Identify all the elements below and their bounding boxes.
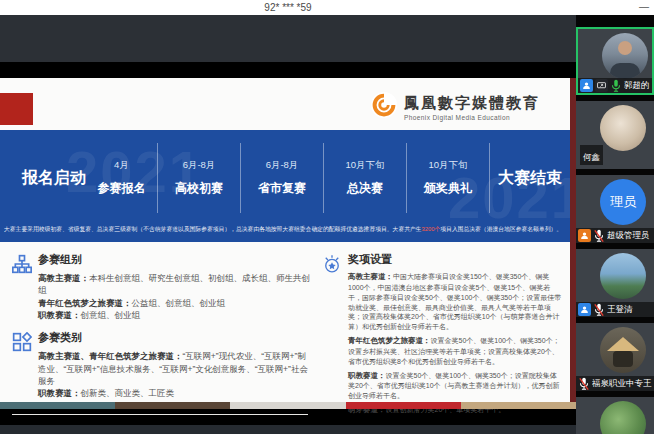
stage-period: 6月-8月 (266, 159, 299, 172)
avatar-blue-circle: 理员 (600, 179, 646, 225)
shared-slide: 鳳凰數字媒體教育 Phoenix Digital Media Education… (0, 78, 576, 409)
stage-period: 10月下旬 (428, 159, 467, 172)
timeline-end-label: 大赛结束 (498, 168, 562, 189)
timeline-end-cell: 大赛结束 (489, 143, 570, 213)
logo-chinese-name: 鳳凰數字媒體教育 (404, 94, 540, 113)
awards-para: 职教赛道：设置金奖50个、银奖100个、铜奖350个；设置院校集体奖20个、省市… (348, 371, 562, 402)
logo-english-name: Phoenix Digital Media Education (404, 114, 540, 121)
note-text: 大赛主要采用校级初赛、省级复赛、总决赛三级赛制（不含萌芽赛道以及国际参赛项目），… (4, 226, 422, 232)
participant-tile-partial[interactable] (576, 397, 654, 434)
award-medal-icon (322, 252, 348, 420)
participant-name: 王登清 (607, 304, 633, 316)
left-column: 参赛组别 高教主赛道：本科生创意组、研究生创意组、初创组、成长组、师生共创组 青… (12, 252, 312, 402)
section-groups: 参赛组别 高教主赛道：本科生创意组、研究生创意组、初创组、成长组、师生共创组 青… (12, 252, 312, 321)
window-titlebar: 92* *** *59 — (0, 0, 654, 15)
section-categories: 参赛类别 高教主赛道、青年红色筑梦之旅赛道：“互联网+”现代农业、“互联网+”制… (12, 330, 312, 399)
note-text-tail: 项目入围总决赛（港澳台地区参赛名额单列）。 (440, 226, 562, 232)
section-awards: 奖项设置 高教主赛道：中国大陆参赛项目设金奖150个、银奖350个、铜奖1000… (322, 252, 562, 420)
stage-period: 10月下旬 (345, 159, 384, 172)
stage-name: 总决赛 (347, 180, 383, 197)
participant-name-bar: 福泉职业中专王 (576, 376, 654, 391)
awards-para: 高教主赛道：中国大陆参赛项目设金奖150个、银奖350个、铜奖1000个，中国港… (348, 272, 562, 332)
participant-tile-admin[interactable]: 理员 超级管理员 (576, 175, 654, 243)
participant-name-bar: 郭超的 (578, 78, 652, 93)
stripe-tan (461, 402, 576, 409)
stage-name: 省市复赛 (258, 180, 306, 197)
stripe-teal (0, 402, 115, 409)
org-chart-icon (12, 252, 38, 321)
participant-tile-guochao[interactable]: 郭超的 (576, 27, 654, 95)
timeline-start-label: 报名启动 (22, 168, 86, 189)
screen-share-icon (595, 79, 608, 92)
avatar-trees-photo (600, 401, 646, 434)
timeline-start-cell: 报名启动 4月 参赛报名 (0, 143, 157, 213)
participant-tile-wangdengqing[interactable]: 王登清 (576, 249, 654, 317)
timeline-note: 大赛主要采用校级初赛、省级复赛、总决赛三级赛制（不含萌芽赛道以及国际参赛项目），… (4, 225, 570, 235)
participant-tile-hexin[interactable]: 何鑫 (576, 101, 654, 169)
groups-line: 职教赛道：创意组、创业组 (38, 309, 312, 321)
stage-period: 6月-8月 (183, 159, 216, 172)
left-column-divider (12, 414, 308, 415)
participant-name-chip: 何鑫 (580, 145, 603, 165)
participant-tile-fuquan[interactable]: 福泉职业中专王 (576, 323, 654, 391)
timeline: 报名启动 4月 参赛报名 6月-8月 高校初赛 6月-8月 省市复赛 10月下旬 (0, 143, 570, 213)
timeline-stage-finals: 10月下旬 总决赛 (323, 143, 406, 213)
member-badge-icon (578, 303, 591, 316)
avatar-lake-landscape (600, 253, 646, 299)
slide-red-square-decoration (0, 93, 33, 125)
screen-share-stage: 鳳凰數字媒體教育 Phoenix Digital Media Education… (0, 15, 576, 434)
groups-line: 青年红色筑梦之旅赛道：公益组、创意组、创业组 (38, 297, 312, 309)
shapes-icon (12, 330, 38, 399)
participant-name: 郭超的 (624, 80, 650, 92)
mic-muted-icon (593, 303, 605, 317)
timeline-stage-preliminary: 6月-8月 高校初赛 (157, 143, 240, 213)
participant-name: 何鑫 (583, 152, 600, 162)
stage-name: 颁奖典礼 (424, 180, 472, 197)
groups-title: 参赛组别 (38, 252, 312, 267)
right-column: 奖项设置 高教主赛道：中国大陆参赛项目设金奖150个、银奖350个、铜奖1000… (322, 252, 562, 402)
note-highlight-number: 3200个 (422, 226, 441, 232)
stage-name: 参赛报名 (98, 180, 146, 197)
phoenix-logo: 鳳凰數字媒體教育 Phoenix Digital Media Education (370, 91, 540, 123)
awards-para: 青年红色筑梦之旅赛道：设置金奖50个、银奖100个、铜奖350个；设置乡村振兴奖… (348, 336, 562, 367)
timeline-stage-ceremony: 10月下旬 颁奖典礼 (406, 143, 489, 213)
participant-name-bar: 王登清 (576, 302, 654, 317)
categories-line: 高教主赛道、青年红色筑梦之旅赛道：“互联网+”现代农业、“互联网+”制造业、“互… (38, 350, 312, 387)
mic-muted-icon (578, 377, 590, 391)
participant-name-bar: 超级管理员 (576, 228, 654, 243)
categories-title: 参赛类别 (38, 330, 312, 345)
stage-name: 高校初赛 (175, 180, 223, 197)
host-badge-icon (578, 229, 591, 242)
minimize-button[interactable]: — (639, 0, 649, 14)
awards-title: 奖项设置 (348, 252, 562, 267)
avatar-man-portrait (602, 33, 648, 79)
timeline-banner: 2021 2021 报名启动 4月 参赛报名 6月-8月 高校初赛 6月-8月 … (0, 130, 570, 242)
timeline-stage-signup: 4月 参赛报名 (86, 159, 157, 197)
timeline-stage-provincial: 6月-8月 省市复赛 (240, 143, 323, 213)
stripe-red (346, 402, 461, 409)
stripe-gray (230, 402, 345, 409)
member-badge-icon (580, 79, 593, 92)
avatar-cat-photo (600, 105, 646, 151)
stage-top-band (0, 15, 576, 62)
groups-line: 高教主赛道：本科生创意组、研究生创意组、初创组、成长组、师生共创组 (38, 272, 312, 297)
categories-line: 职教赛道：创新类、商业类、工匠类 (38, 387, 312, 399)
stripe-brown (115, 402, 230, 409)
participants-sidebar: 郭超的 何鑫 理员 超级管理员 王登清 (576, 15, 654, 434)
stage-period: 4月 (114, 159, 129, 172)
meeting-id: 92* *** *59 (0, 0, 576, 15)
avatar-conical-hat (600, 327, 646, 373)
participant-name: 福泉职业中专王 (592, 378, 652, 390)
slide-bottom-stripe (0, 402, 576, 409)
slide-content: 参赛组别 高教主赛道：本科生创意组、研究生创意组、初创组、成长组、师生共创组 青… (0, 244, 570, 402)
mic-muted-icon (593, 229, 605, 243)
phoenix-swirl-icon (370, 91, 398, 123)
bottom-taskbar (0, 425, 576, 434)
participant-name: 超级管理员 (607, 230, 650, 242)
mic-on-icon (610, 79, 622, 93)
